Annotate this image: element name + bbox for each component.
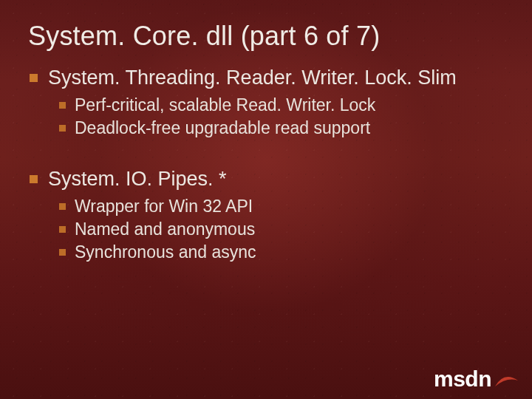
section-2-items: Wrapper for Win 32 API Named and anonymo… <box>59 197 504 262</box>
bullet-icon <box>59 226 66 233</box>
bullet-icon <box>30 175 38 183</box>
list-item-text: Named and anonymous <box>75 219 255 239</box>
bullet-icon <box>59 249 66 256</box>
swoosh-icon <box>494 374 519 389</box>
bullet-icon <box>59 102 66 109</box>
list-item: Wrapper for Win 32 API <box>59 197 504 216</box>
bullet-icon <box>59 125 66 132</box>
list-item: Synchronous and async <box>59 242 504 262</box>
slide-container: System. Core. dll (part 6 of 7) System. … <box>0 0 532 399</box>
bullet-icon <box>30 74 38 82</box>
logo-text: msdn <box>434 368 491 390</box>
list-item-text: Synchronous and async <box>75 242 256 262</box>
list-item-text: Perf-critical, scalable Read. Writer. Lo… <box>75 95 375 115</box>
slide-title: System. Core. dll (part 6 of 7) <box>28 21 504 52</box>
section-heading: System. IO. Pipes. * <box>48 168 227 191</box>
list-item-text: Deadlock-free upgradable read support <box>75 118 370 138</box>
section-heading-row: System. Threading. Reader. Writer. Lock.… <box>28 66 504 89</box>
bullet-icon <box>59 203 66 210</box>
section-1: System. Threading. Reader. Writer. Lock.… <box>28 66 504 138</box>
list-item-text: Wrapper for Win 32 API <box>75 197 253 216</box>
section-2: System. IO. Pipes. * Wrapper for Win 32 … <box>28 168 504 262</box>
list-item: Perf-critical, scalable Read. Writer. Lo… <box>59 95 504 115</box>
section-1-items: Perf-critical, scalable Read. Writer. Lo… <box>59 95 504 138</box>
list-item: Deadlock-free upgradable read support <box>59 118 504 138</box>
msdn-logo: msdn <box>434 368 519 390</box>
list-item: Named and anonymous <box>59 219 504 239</box>
section-heading-row: System. IO. Pipes. * <box>28 168 504 191</box>
section-heading: System. Threading. Reader. Writer. Lock.… <box>48 66 457 89</box>
